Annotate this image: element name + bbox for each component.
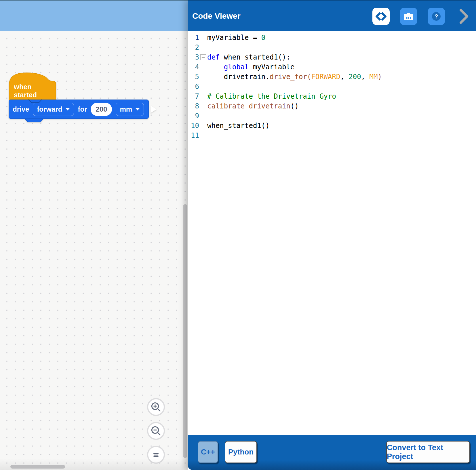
chevron-down-icon (65, 108, 70, 110)
workspace-canvas[interactable]: when started drive forward for 200 mm (0, 31, 188, 470)
line-number: 2 (188, 43, 199, 52)
code-line: 7# Calibrate the Drivetrain Gyro (188, 91, 476, 101)
code-text: global myVariable (207, 62, 294, 72)
fold-collapse-icon[interactable]: – (200, 54, 206, 60)
convert-to-text-project-button[interactable]: Convert to Text Project (386, 441, 470, 463)
zoom-in-button[interactable] (147, 398, 165, 416)
code-line: 10when_started1() (188, 121, 476, 131)
run-block-play-icon[interactable] (151, 106, 157, 113)
fold-gutter (199, 111, 207, 121)
fold-gutter (199, 33, 207, 43)
code-line: 9 (188, 111, 476, 121)
code-viewer-footer: C++ Python Convert to Text Project (188, 435, 476, 470)
svg-text:?: ? (435, 13, 438, 20)
for-label: for (78, 105, 87, 113)
code-viewer-title: Code Viewer (188, 12, 241, 21)
unit-dropdown[interactable]: mm (116, 103, 144, 116)
unit-value: mm (120, 105, 132, 113)
collapse-chevron-icon (459, 8, 469, 24)
fold-gutter (199, 43, 207, 52)
code-text: # Calibrate the Drivetrain Gyro (207, 91, 336, 101)
fold-gutter (199, 82, 207, 91)
python-language-button[interactable]: Python (225, 441, 257, 463)
header-icon-group: ? (372, 1, 473, 32)
code-icon (376, 12, 386, 21)
line-number: 4 (188, 62, 199, 72)
fold-gutter (199, 91, 207, 101)
distance-input[interactable]: 200 (91, 103, 112, 116)
code-viewer-panel: Code Viewer ? (188, 0, 476, 470)
collapse-panel-button[interactable] (455, 8, 473, 25)
workspace-vertical-scrollbar[interactable] (183, 204, 187, 458)
indent-guide (213, 60, 213, 90)
code-line: 4 global myVariable (188, 62, 476, 72)
code-text: def when_started1(): (207, 52, 290, 62)
fold-gutter: – (199, 52, 207, 62)
line-number: 5 (188, 72, 199, 82)
direction-value: forward (37, 105, 62, 113)
code-text: calibrate_drivetrain() (207, 101, 299, 111)
code-text: when_started1() (207, 121, 270, 131)
block-stack: when started drive forward for 200 mm (8, 71, 152, 126)
code-viewer-header: Code Viewer ? (188, 0, 476, 31)
line-number: 3 (188, 52, 199, 62)
drive-verb-label: drive (13, 105, 29, 113)
fold-gutter (199, 72, 207, 82)
code-line: 5 drivetrain.drive_for(FORWARD, 200, MM) (188, 72, 476, 82)
block-top-notch (28, 99, 43, 104)
direction-dropdown[interactable]: forward (33, 103, 74, 116)
line-number: 10 (188, 121, 199, 131)
line-number: 7 (188, 91, 199, 101)
help-icon: ? (431, 11, 442, 22)
fold-gutter (199, 62, 207, 72)
line-number: 1 (188, 33, 199, 43)
top-toolbar (0, 0, 188, 31)
block-bottom-bump (24, 118, 45, 123)
line-number: 8 (188, 101, 199, 111)
fold-gutter (199, 131, 207, 140)
when-started-label: when started (14, 83, 54, 99)
code-line: 8calibrate_drivetrain() (188, 101, 476, 111)
line-number: 11 (188, 131, 199, 140)
workspace-horizontal-scrollbar[interactable] (10, 465, 65, 469)
block-workspace: when started drive forward for 200 mm (0, 0, 188, 470)
distance-value: 200 (96, 105, 107, 113)
zoom-out-button[interactable] (147, 422, 165, 440)
code-line: 11 (188, 131, 476, 140)
brain-icon (403, 11, 414, 22)
help-button[interactable]: ? (428, 8, 445, 25)
cpp-language-button[interactable]: C++ (198, 441, 218, 463)
zoom-in-icon (150, 401, 162, 413)
code-text: drivetrain.drive_for(FORWARD, 200, MM) (207, 72, 382, 82)
fold-gutter (199, 121, 207, 131)
code-line: 3–def when_started1(): (188, 52, 476, 62)
fold-gutter (199, 101, 207, 111)
code-line: 1myVariable = 0 (188, 33, 476, 43)
chevron-down-icon (135, 108, 140, 110)
brain-device-button[interactable] (400, 8, 417, 25)
line-number: 9 (188, 111, 199, 121)
zoom-out-icon (150, 425, 162, 437)
code-text: myVariable = 0 (207, 33, 265, 43)
code-view-button[interactable] (372, 8, 390, 25)
code-line: 6 (188, 82, 476, 91)
line-number: 6 (188, 82, 199, 91)
code-line: 2 (188, 43, 476, 52)
code-editor: 1myVariable = 023–def when_started1():4 … (188, 31, 476, 435)
